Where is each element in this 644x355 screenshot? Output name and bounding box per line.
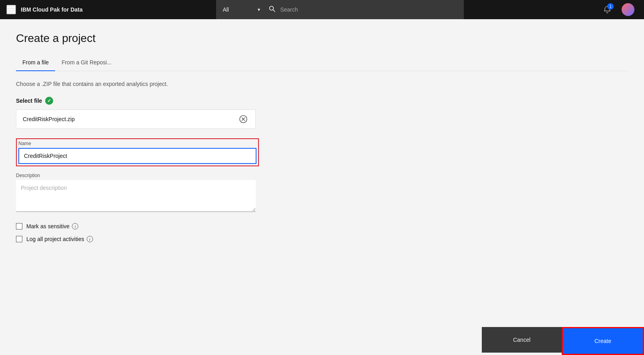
log-activities-checkbox[interactable] [16,236,22,242]
scope-selector-wrapper: All Projects Catalogs ▾ [216,0,264,19]
tabs-bar: From a file From a Git Reposi... [16,54,628,71]
log-activities-label: Log all project activities i [26,236,93,242]
topnav-actions: 1 [598,0,638,19]
search-wrapper [264,0,464,19]
search-input[interactable] [264,0,464,19]
svg-line-4 [273,10,275,12]
create-button-wrapper: Create [562,327,644,355]
notification-badge: 1 [607,3,614,10]
search-area: All Projects Catalogs ▾ [87,0,593,19]
mark-sensitive-label: Mark as sensitive i [26,223,78,229]
name-label: Name [18,141,256,146]
avatar [622,3,634,16]
clear-file-button[interactable] [238,114,249,125]
action-bar: Cancel Create [482,327,644,355]
description-textarea[interactable] [16,180,256,212]
checkbox-group: Mark as sensitive i Log all project acti… [16,223,628,242]
user-avatar-button[interactable] [618,0,638,19]
brand-logo: IBM Cloud Pak for Data [21,6,83,13]
description-field-group: Description [16,173,256,213]
svg-rect-2 [7,12,15,12]
svg-rect-1 [7,9,15,10]
name-input[interactable] [18,148,256,164]
create-button[interactable]: Create [563,328,643,354]
hamburger-menu-button[interactable] [6,5,16,14]
tab-from-file[interactable]: From a file [16,54,55,71]
svg-rect-0 [7,7,15,8]
description-label: Description [16,173,256,178]
select-file-label: Select file ✓ [16,97,628,105]
tab-from-git[interactable]: From a Git Reposi... [55,54,118,71]
page-title: Create a project [16,32,628,45]
file-input-box: CreditRiskProject.zip [16,110,256,129]
name-field-highlight: Name [16,138,259,166]
notifications-button[interactable]: 1 [598,0,617,19]
scope-select[interactable]: All Projects Catalogs [216,0,264,19]
checkbox-log-item: Log all project activities i [16,236,628,242]
mark-sensitive-checkbox[interactable] [16,223,22,229]
file-name-text: CreditRiskProject.zip [23,116,75,122]
search-icon [269,6,275,14]
sensitive-info-icon[interactable]: i [72,223,78,229]
file-selected-check-icon: ✓ [45,97,53,105]
cancel-button[interactable]: Cancel [482,327,562,353]
form-description: Choose a .ZIP file that contains an expo… [16,81,628,87]
log-info-icon[interactable]: i [87,236,93,242]
checkbox-sensitive-item: Mark as sensitive i [16,223,628,229]
main-content: Create a project From a file From a Git … [0,19,644,355]
top-navigation: IBM Cloud Pak for Data All Projects Cata… [0,0,644,19]
name-field-group: Name [18,141,256,164]
